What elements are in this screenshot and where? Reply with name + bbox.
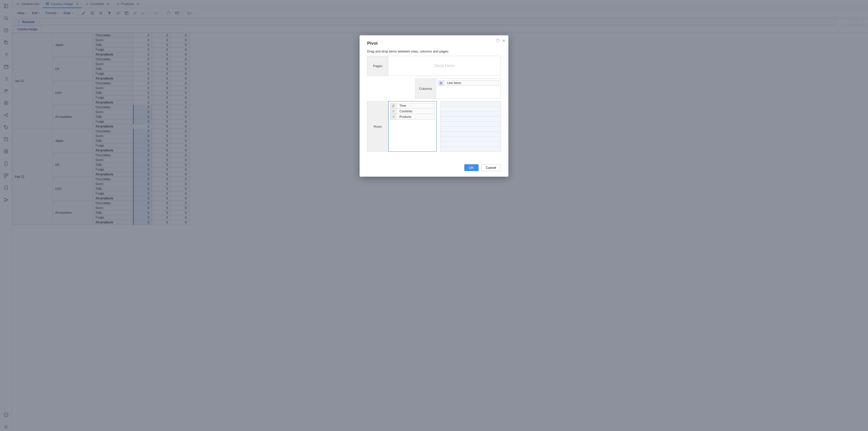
pages-well[interactable]: Pages Drop Here [367, 56, 501, 76]
clock-icon [391, 103, 396, 108]
columns-label: Columns [415, 79, 436, 99]
dim-line-items[interactable]: Line Items [438, 80, 499, 86]
pivot-preview [440, 101, 501, 152]
rows-label: Rows [367, 101, 389, 152]
drop-zone-columns[interactable]: Line Items [436, 79, 501, 99]
dim-time[interactable]: Time [390, 103, 435, 109]
cancel-button[interactable]: Cancel [481, 164, 501, 171]
drop-zone-rows[interactable]: Time Countries Products [389, 101, 437, 152]
dim-countries[interactable]: Countries [390, 109, 435, 114]
pages-label: Pages [367, 56, 389, 76]
ok-button[interactable]: OK [464, 164, 478, 171]
rows-well[interactable]: Rows Time Countries Products [367, 101, 437, 152]
pivot-dialog: ✕ Pivot Drag and drop items between rows… [360, 35, 508, 177]
columns-well[interactable]: Columns Line Items [415, 79, 501, 99]
close-icon[interactable]: ✕ [502, 38, 505, 43]
drop-zone-pages[interactable]: Drop Here [389, 56, 501, 76]
help-icon[interactable] [496, 38, 500, 43]
list-icon [391, 109, 396, 114]
list-icon [391, 114, 396, 119]
dialog-subtitle: Drag and drop items between rows, column… [367, 50, 501, 53]
dim-products[interactable]: Products [390, 114, 435, 120]
modal-overlay: ✕ Pivot Drag and drop items between rows… [0, 0, 868, 431]
dialog-title: Pivot [367, 41, 501, 46]
formula-icon [438, 81, 444, 86]
